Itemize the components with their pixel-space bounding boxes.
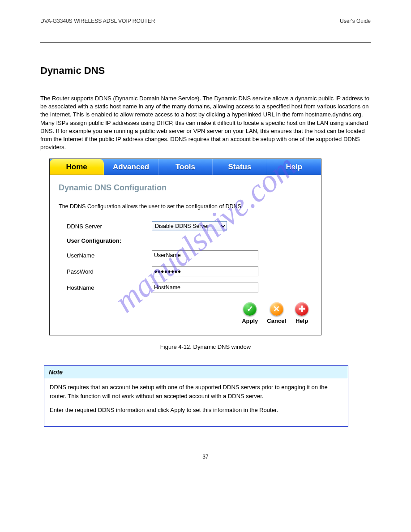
user-config-label: User Configuration: [67, 237, 152, 244]
note-paragraph-2: Enter the required DDNS information and … [50, 406, 342, 415]
note-box: Note DDNS requires that an account be se… [44, 365, 348, 426]
help-button[interactable]: ✚ Help [295, 302, 308, 324]
cancel-button[interactable]: ✕ Cancel [267, 302, 286, 324]
cancel-label: Cancel [267, 317, 286, 324]
ddns-server-select[interactable]: Disable DDNS Server [152, 221, 227, 231]
apply-label: Apply [242, 317, 258, 324]
header-left: DVA-G3340S WIRELESS ADSL VOIP ROUTER [40, 18, 155, 24]
note-paragraph-1: DDNS requires that an account be setup w… [50, 383, 342, 401]
username-label: UserName [67, 252, 152, 259]
note-heading: Note [44, 366, 348, 378]
panel-title: Dynamic DNS Configuration [59, 183, 312, 193]
tab-tools[interactable]: Tools [158, 159, 213, 175]
section-title: Dynamic DNS [40, 65, 371, 77]
password-label: PassWord [67, 268, 152, 275]
panel-desc: The DDNS Configuration allows the user t… [59, 203, 312, 210]
help-label: Help [295, 317, 308, 324]
intro-text: The Router supports DDNS (Dynamic Domain… [40, 94, 371, 151]
page-number: 37 [40, 454, 371, 460]
hostname-input[interactable] [152, 283, 258, 292]
header-right: User's Guide [340, 18, 371, 24]
tab-advanced[interactable]: Advanced [104, 159, 158, 175]
username-input[interactable] [152, 250, 258, 260]
ddns-server-label: DDNS Server [67, 223, 152, 230]
figure-caption: Figure 4-12. Dynamic DNS window [40, 343, 371, 350]
divider [40, 42, 371, 43]
password-input[interactable] [152, 266, 258, 276]
apply-button[interactable]: ✓ Apply [242, 302, 258, 324]
tab-bar: Home Advanced Tools Status Help [50, 159, 321, 175]
router-config-panel: Home Advanced Tools Status Help Dynamic … [49, 159, 321, 335]
tab-status[interactable]: Status [213, 159, 267, 175]
tab-help[interactable]: Help [267, 159, 321, 175]
hostname-label: HostName [67, 284, 152, 291]
check-icon: ✓ [243, 302, 257, 316]
plus-icon: ✚ [295, 302, 308, 316]
cross-icon: ✕ [270, 302, 283, 316]
tab-home[interactable]: Home [50, 159, 104, 175]
